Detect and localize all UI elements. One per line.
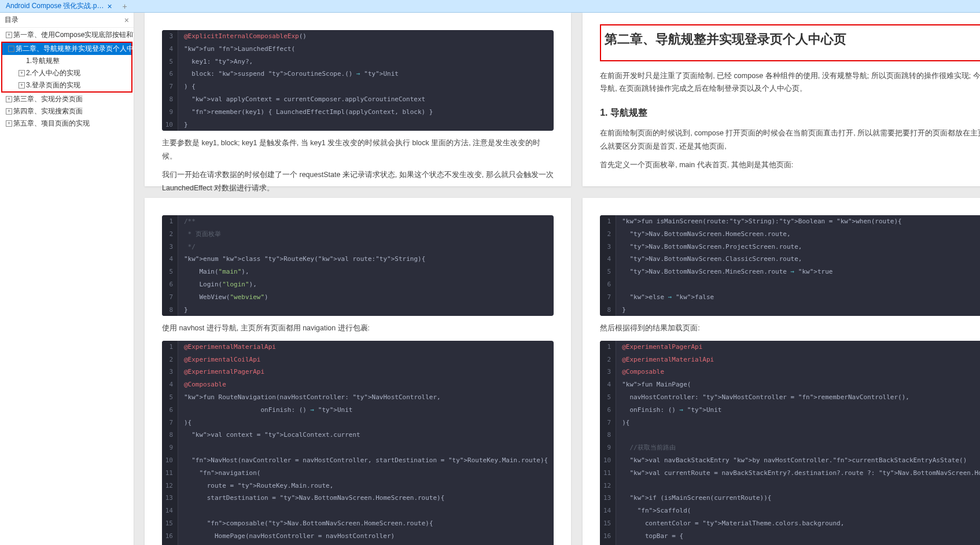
toc-label: 2.个人中心的实现 xyxy=(26,68,80,78)
line-number: 1 xyxy=(162,215,178,228)
chapter-title: 第二章、导航规整并实现登录页个人中心页 xyxy=(605,28,980,51)
code-line: 8 "kw">val applyContext = currentCompose… xyxy=(162,93,554,106)
toc-item[interactable]: +第五章、项目页面的实现 xyxy=(0,117,134,130)
line-number: 11 xyxy=(162,467,178,480)
line-code: @ExperimentalMaterialApi xyxy=(178,341,282,353)
toc-item[interactable]: +3.登录页面的实现 xyxy=(2,79,131,91)
code-line: 2 * 页面枚举 xyxy=(162,228,554,241)
line-code: "kw">if (isMainScreen(currentRoute)){ xyxy=(616,492,777,505)
toc-label: 第一章、使用Compose实现底部按钮和首页 xyxy=(13,30,134,40)
line-number: 7 xyxy=(162,417,178,429)
line-code: topBar = { xyxy=(616,543,697,545)
expand-icon[interactable]: + xyxy=(6,32,12,38)
line-number: 1 xyxy=(600,215,616,228)
code-block: 1/**2 * 页面枚举3 */4"kw">enum "kw">class "t… xyxy=(162,215,554,316)
code-line: 16 HomePage(navHostController = navHostC… xyxy=(162,530,554,543)
expand-icon[interactable]: + xyxy=(6,120,12,127)
line-number: 8 xyxy=(600,304,616,316)
tab-close-icon[interactable]: × xyxy=(107,2,112,11)
line-code: "fn">remember(key1) { LaunchedEffectImpl… xyxy=(178,106,439,119)
code-line: 7 "kw">else → "kw">false xyxy=(600,291,980,304)
paragraph: 首先定义一个页面枚举, main 代表首页, 其他则是其他页面: xyxy=(600,159,980,172)
line-code xyxy=(616,278,628,291)
line-code xyxy=(178,505,190,517)
code-line: 6 onFinish: () → "ty">Unit xyxy=(162,404,554,417)
code-line: 11 "kw">val currentRoute = navBackStackE… xyxy=(600,467,980,480)
line-number: 3 xyxy=(162,30,178,43)
expand-icon[interactable]: + xyxy=(19,70,25,76)
code-line: 6 onFinish: () → "ty">Unit xyxy=(600,404,980,417)
line-code: "kw">val navBackStackEntry "kw">by navHo… xyxy=(616,454,972,467)
code-line: 3@ExplicitInternalComposableExp() xyxy=(162,30,554,43)
code-line: 14 xyxy=(162,505,554,517)
line-number: 7 xyxy=(162,80,178,93)
line-number: 13 xyxy=(600,492,616,505)
section-heading: 1. 导航规整 xyxy=(600,105,980,121)
toc-item[interactable]: +第三章、实现分类页面 xyxy=(0,93,134,105)
line-code: } xyxy=(178,304,194,316)
line-number: 6 xyxy=(600,404,616,417)
line-code: "kw">val applyContext = currentComposer.… xyxy=(178,93,431,106)
line-number: 7 xyxy=(162,291,178,304)
paragraph: 使用 navhost 进行导航, 主页所有页面都用 navigation 进行包… xyxy=(162,322,554,335)
sidebar: 目录 × +第一章、使用Compose实现底部按钮和首页−第二章、导航规整并实现… xyxy=(0,13,134,545)
document-page: 第二章、导航规整并实现登录页个人中心页 在前面开发时只是注重了页面绘制, 已经 … xyxy=(583,13,980,186)
line-number: 6 xyxy=(600,278,616,291)
toc-item[interactable]: +第一章、使用Compose实现底部按钮和首页 xyxy=(0,29,134,41)
line-number: 16 xyxy=(162,530,178,543)
line-code: Main("main"), xyxy=(178,266,255,278)
document-page: 1/**2 * 页面枚举3 */4"kw">enum "kw">class "t… xyxy=(145,198,571,545)
line-code: "ty">Nav.BottomNavScreen.HomeScreen.rout… xyxy=(616,228,796,241)
toc-item[interactable]: 1.导航规整 xyxy=(2,55,131,67)
expand-icon[interactable]: + xyxy=(6,108,12,115)
line-code: } xyxy=(178,543,216,545)
tab-add-icon[interactable]: + xyxy=(118,2,132,11)
code-line: 8 xyxy=(600,429,980,441)
line-number: 8 xyxy=(162,429,178,441)
sidebar-close-icon[interactable]: × xyxy=(124,16,129,25)
line-code: } xyxy=(178,119,194,131)
toc-label: 第三章、实现分类页面 xyxy=(13,94,83,104)
expand-icon[interactable]: + xyxy=(6,96,12,102)
line-number: 12 xyxy=(600,480,616,492)
code-line: 5 Main("main"), xyxy=(162,266,554,278)
code-line: 15 "fn">composable("ty">Nav.BottomNavScr… xyxy=(162,517,554,530)
code-line: 14 "fn">Scaffold( xyxy=(600,505,980,517)
line-number: 2 xyxy=(600,353,616,366)
code-line: 5"kw">fun RouteNavigation(navHostControl… xyxy=(162,391,554,404)
code-line: 9 "fn">remember(key1) { LaunchedEffectIm… xyxy=(162,106,554,119)
code-block: 3@ExplicitInternalComposableExp()4"kw">f… xyxy=(162,30,554,131)
line-number: 2 xyxy=(600,228,616,241)
line-number: 15 xyxy=(162,517,178,530)
line-code: "fn">navigation( xyxy=(178,467,266,480)
line-number: 9 xyxy=(600,441,616,454)
line-code: @Composable xyxy=(616,366,670,378)
code-line: 13 startDestination = "ty">Nav.BottomNav… xyxy=(162,492,554,505)
code-line: 2 "ty">Nav.BottomNavScreen.HomeScreen.ro… xyxy=(600,228,980,241)
code-line: 4"kw">fun MainPage( xyxy=(600,378,980,391)
tab-title: Android Compose 强化实战.p… xyxy=(6,1,104,11)
line-number: 3 xyxy=(600,366,616,378)
line-code: @ExperimentalPagerApi xyxy=(616,341,708,353)
line-number: 17 xyxy=(600,543,616,545)
expand-icon[interactable]: + xyxy=(19,82,25,89)
line-number: 4 xyxy=(600,378,616,391)
line-number: 4 xyxy=(162,43,178,56)
line-code xyxy=(616,429,628,441)
content-area[interactable]: 3@ExplicitInternalComposableExp()4"kw">f… xyxy=(134,13,980,545)
code-line: 11 "fn">navigation( xyxy=(162,467,554,480)
line-number: 3 xyxy=(162,241,178,253)
code-block: 1"kw">fun isMainScreen(route:"ty">String… xyxy=(600,215,980,316)
code-block: 1@ExperimentalMaterialApi2@ExperimentalC… xyxy=(162,341,554,545)
code-line: 9 xyxy=(162,441,554,454)
sidebar-title: 目录 xyxy=(5,15,19,25)
toc-item[interactable]: +第四章、实现搜索页面 xyxy=(0,105,134,117)
code-line: 1/** xyxy=(162,215,554,228)
toc-item[interactable]: +2.个人中心的实现 xyxy=(2,67,131,79)
line-code: } xyxy=(616,304,632,316)
toc-item[interactable]: −第二章、导航规整并实现登录页个人中心页 xyxy=(2,43,131,55)
line-number: 4 xyxy=(162,378,178,391)
code-line: 15 contentColor = "ty">MaterialTheme.col… xyxy=(600,517,980,530)
expand-icon[interactable]: − xyxy=(8,46,14,52)
document-tab[interactable]: Android Compose 强化实战.p… × xyxy=(0,0,118,12)
